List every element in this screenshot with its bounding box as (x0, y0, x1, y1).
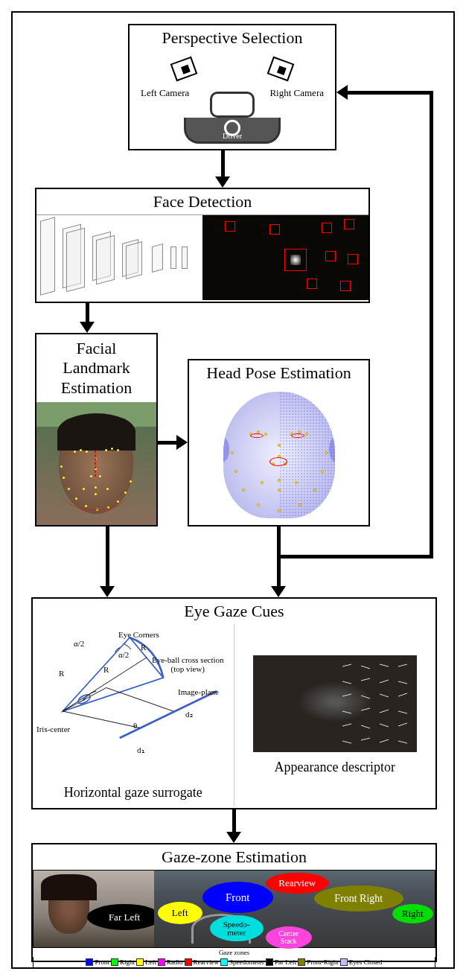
legend-label: Speedometer (229, 958, 264, 966)
legend-swatch (136, 958, 144, 966)
face-detection-illustration (36, 214, 368, 300)
legend-label: Eyes Closed (349, 958, 383, 966)
svg-line-36 (398, 711, 407, 713)
legend-item: Speedometer (220, 958, 264, 966)
horizontal-gaze-caption: Horizontal gaze surrogate (33, 785, 234, 801)
perspective-selection-box: Perspective Selection Left Camera Right … (128, 24, 336, 150)
feedback-arrowhead (336, 85, 348, 100)
hog-descriptor-image (253, 655, 417, 752)
svg-line-26 (361, 696, 370, 699)
svg-line-43 (380, 724, 389, 727)
left-camera-icon (170, 57, 198, 82)
headpose-box: Head Pose Estimation (188, 359, 370, 526)
legend-item: Rearview (185, 958, 219, 966)
legend-swatch (86, 958, 93, 966)
right-camera-icon (267, 57, 295, 82)
arrow-perspective-facedet (221, 150, 225, 179)
gazezone-content: Far Left Left Front Rearview Front Right… (33, 870, 435, 948)
svg-line-34 (361, 708, 370, 710)
image-plane-label: Image-plane (178, 687, 219, 696)
speedometer-zone: Speedo- meter (210, 915, 264, 941)
gazezone-title: Gaze-zone Estimation (33, 844, 435, 870)
eyegaze-box: Eye Gaze Cues Eye Corners (31, 597, 437, 809)
legend-swatch (298, 958, 305, 966)
arrowhead-perspective-facedet (215, 176, 230, 188)
arrowhead-facedet-landmark (80, 322, 95, 333)
pipeline-frame: Perspective Selection Left Camera Right … (11, 11, 455, 969)
legend-item: Front-Right (298, 958, 339, 966)
face-photo (36, 402, 156, 525)
legend-item: Far Left (266, 958, 296, 966)
svg-line-25 (342, 694, 351, 696)
center-stack-zone: Center Stack (266, 926, 312, 949)
svg-line-18 (361, 678, 370, 681)
svg-line-35 (380, 710, 389, 713)
theta-label: θ (133, 721, 137, 730)
legend-label: Front (95, 958, 109, 966)
svg-line-28 (398, 693, 407, 696)
svg-line-44 (398, 723, 407, 726)
perspective-title: Perspective Selection (130, 25, 335, 51)
legend-swatch (185, 958, 192, 966)
gaze-zones-legend: FrontRightLeftRadioRearviewSpeedometerFa… (33, 957, 435, 968)
eye-corners-label: Eye Corners (118, 630, 159, 639)
legend-item: Front (86, 958, 109, 966)
svg-line-17 (342, 681, 351, 684)
d1-label: d₁ (137, 745, 144, 755)
R1-label: R (59, 669, 64, 678)
arrowhead-landmark-headpose (176, 435, 188, 450)
svg-line-27 (380, 694, 389, 697)
d2-label: d₂ (185, 710, 193, 719)
cross-section-label: Eye-ball cross section (top view) (152, 655, 224, 673)
R3-label: R (103, 665, 109, 674)
front-right-zone: Front Right (314, 885, 403, 911)
legend-item: Right (111, 958, 135, 966)
cnn-diagram (36, 215, 202, 300)
front-zone: Front (202, 882, 273, 913)
svg-line-11 (380, 664, 389, 666)
arrow-facedet-landmark (86, 303, 89, 324)
appearance-caption: Appearance descriptor (275, 760, 395, 775)
gazezone-box: Gaze-zone Estimation Far Left Left Front… (31, 843, 437, 962)
legend-label: Left (145, 958, 156, 966)
svg-line-49 (342, 741, 351, 743)
legend-item: Radio (158, 958, 183, 966)
landmark-box: Facial Landmark Estimation (35, 333, 158, 526)
svg-line-42 (361, 725, 370, 728)
arrowhead-eyegaze-gazezone (226, 832, 241, 843)
svg-line-33 (342, 711, 351, 713)
legend-label: Rearview (194, 958, 219, 966)
svg-line-9 (342, 664, 351, 666)
alpha-label: α/2 (74, 639, 84, 648)
alpha2-label: α/2 (118, 650, 129, 659)
legend-label: Far Left (275, 958, 296, 966)
perspective-illustration: Left Camera Right Camera Driver (130, 51, 335, 147)
rearview-zone: Rearview (266, 873, 329, 894)
svg-line-52 (398, 741, 407, 743)
right-zone: Right (392, 904, 433, 923)
legend-swatch (340, 958, 348, 966)
svg-line-10 (361, 666, 370, 669)
cabin-photo: Left Front Rearview Front Right Right Sp… (154, 871, 435, 947)
svg-line-50 (361, 738, 370, 740)
legend-title: Gaze zones (33, 948, 435, 957)
arrow-landmark-headpose (158, 441, 179, 445)
legend-label: Radio (167, 958, 183, 966)
arrow-eyegaze-gazezone (232, 809, 236, 834)
svg-line-6 (120, 691, 217, 738)
left-zone: Left (158, 902, 202, 924)
svg-line-41 (342, 724, 351, 726)
legend-item: Eyes Closed (340, 958, 383, 966)
legend-label: Front-Right (307, 958, 339, 966)
feedback-vert (430, 91, 433, 559)
R2-label: R (141, 643, 146, 652)
feedback-horiz-top (346, 91, 432, 95)
eye-geometry-diagram: Eye Corners Iris-center Image-plane Eye-… (33, 624, 234, 806)
driver-icon: Driver (184, 92, 281, 144)
svg-line-19 (380, 680, 389, 683)
legend-item: Left (136, 958, 156, 966)
face-detection-title: Face Detection (36, 189, 368, 214)
legend-label: Right (120, 958, 135, 966)
svg-line-12 (398, 664, 407, 666)
legend-swatch (266, 958, 273, 966)
